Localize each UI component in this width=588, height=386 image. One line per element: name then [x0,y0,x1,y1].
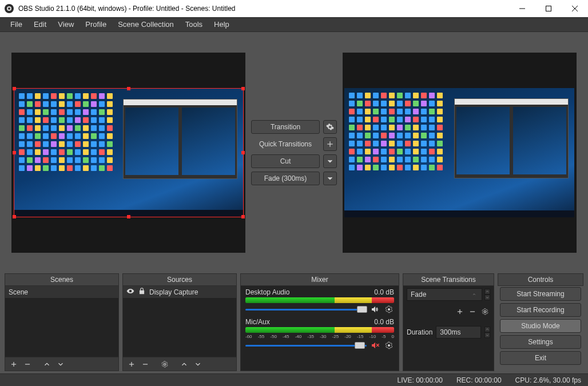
menu-tools[interactable]: Tools [180,17,208,32]
exit-button[interactable]: Exit [500,351,581,365]
start-streaming-button[interactable]: Start Streaming [500,287,581,301]
duration-input[interactable]: 300ms [436,326,481,339]
mixer-channel: Mic/Aux0.0 dB-60-55-50-45-40-35-30-25-20… [245,318,394,351]
mixer-channel-db: 0.0 dB [374,318,394,326]
menu-view[interactable]: View [52,17,80,32]
scene-transitions-header: Scene Transitions [403,273,494,286]
status-cpu: CPU: 2.6%, 30.00 fps [515,376,581,384]
visibility-icon[interactable] [126,287,134,297]
titlebar: OBS Studio 21.1.0 (64bit, windows) - Pro… [0,0,588,17]
preview-source-display-capture[interactable] [14,88,244,217]
duration-label: Duration [407,328,432,336]
volume-slider[interactable] [245,341,367,349]
channel-settings-icon[interactable] [384,304,394,315]
move-scene-down-button[interactable] [54,358,67,371]
sources-header: Sources [122,273,237,286]
mixer-channel: Desktop Audio0.0 dB [245,288,394,315]
svg-point-1 [8,7,10,10]
remove-transition-button[interactable] [467,307,478,317]
add-source-button[interactable] [125,358,138,371]
svg-point-14 [164,363,166,365]
quick-transition-cut-menu[interactable] [323,154,337,168]
transition-button[interactable]: Transition [251,120,320,134]
controls-header: Controls [498,273,583,286]
sources-panel: Sources Display Capture [122,273,237,371]
studio-mode-controls: Transition Quick Transitions Cut Fade (3… [251,120,337,185]
program-canvas[interactable] [343,53,577,253]
move-scene-up-button[interactable] [41,358,53,371]
duration-up[interactable] [484,327,490,332]
duration-down[interactable] [484,332,490,338]
preview-area: Transition Quick Transitions Cut Fade (3… [0,32,588,273]
bottom-panels: Scenes Scene Sources Display Capture [0,273,588,373]
transition-properties-button[interactable] [480,307,490,317]
preview-canvas[interactable] [11,53,245,253]
menubar: FileEditViewProfileScene CollectionTools… [0,17,588,32]
add-quick-transition-button[interactable] [323,137,337,151]
transition-select-down[interactable] [484,295,490,300]
sources-list[interactable]: Display Capture [123,286,236,357]
scenes-list[interactable]: Scene [5,286,118,357]
quick-transitions-label: Quick Transitions [251,140,320,148]
svg-rect-3 [546,6,551,11]
transition-selected-value: Fade [411,291,426,299]
transition-select-up[interactable] [484,289,490,295]
statusbar: LIVE: 00:00:00 REC: 00:00:00 CPU: 2.6%, … [0,373,588,386]
settings-button[interactable]: Settings [500,335,581,349]
mixer-header: Mixer [240,273,399,286]
mixer-panel: Mixer Desktop Audio0.0 dBMic/Aux0.0 dB-6… [240,273,399,371]
status-rec: REC: 00:00:00 [456,376,502,384]
source-label: Display Capture [149,288,198,296]
mixer-channel-name: Desktop Audio [245,288,289,296]
scenes-header: Scenes [5,273,119,286]
controls-panel: Controls Start StreamingStart RecordingS… [498,273,583,371]
maximize-button[interactable] [535,0,562,17]
mute-icon[interactable] [370,340,380,351]
lock-icon[interactable] [138,287,146,297]
move-source-up-button[interactable] [178,358,190,371]
remove-scene-button[interactable] [21,358,34,371]
scene-transitions-panel: Scene Transitions Fade [403,273,494,371]
scenes-panel: Scenes Scene [5,273,119,371]
program-source-display-capture [344,88,574,217]
move-source-down-button[interactable] [192,358,204,371]
transition-select[interactable]: Fade [407,288,482,301]
menu-help[interactable]: Help [208,17,235,32]
source-properties-button[interactable] [158,358,171,371]
speaker-icon[interactable] [370,304,380,315]
quick-transition-cut[interactable]: Cut [251,154,320,168]
audio-meter [245,297,394,303]
close-button[interactable] [562,0,588,17]
transition-settings-button[interactable] [323,120,337,134]
svg-point-15 [388,308,390,311]
mixer-channel-name: Mic/Aux [245,318,270,326]
quick-transition-fade[interactable]: Fade (300ms) [251,172,320,185]
status-live: LIVE: 00:00:00 [397,376,442,384]
audio-meter [245,327,394,333]
minimize-button[interactable] [509,0,535,17]
channel-settings-icon[interactable] [384,340,394,351]
mixer-channel-db: 0.0 dB [374,288,394,296]
app-icon [5,4,14,13]
menu-file[interactable]: File [5,17,28,32]
start-recording-button[interactable]: Start Recording [500,303,581,317]
studio-mode-button[interactable]: Studio Mode [500,319,581,333]
scene-item[interactable]: Scene [5,286,118,299]
menu-edit[interactable]: Edit [28,17,52,32]
menu-scene-collection[interactable]: Scene Collection [112,17,180,32]
source-item[interactable]: Display Capture [123,286,236,299]
svg-point-22 [484,311,486,313]
svg-point-18 [388,344,390,347]
quick-transition-fade-menu[interactable] [323,172,337,185]
add-transition-button[interactable] [455,307,465,317]
volume-slider[interactable] [245,305,367,313]
menu-profile[interactable]: Profile [80,17,112,32]
remove-source-button[interactable] [139,358,152,371]
duration-value: 300ms [440,328,460,336]
add-scene-button[interactable] [7,358,20,371]
window-title: OBS Studio 21.1.0 (64bit, windows) - Pro… [18,5,509,13]
